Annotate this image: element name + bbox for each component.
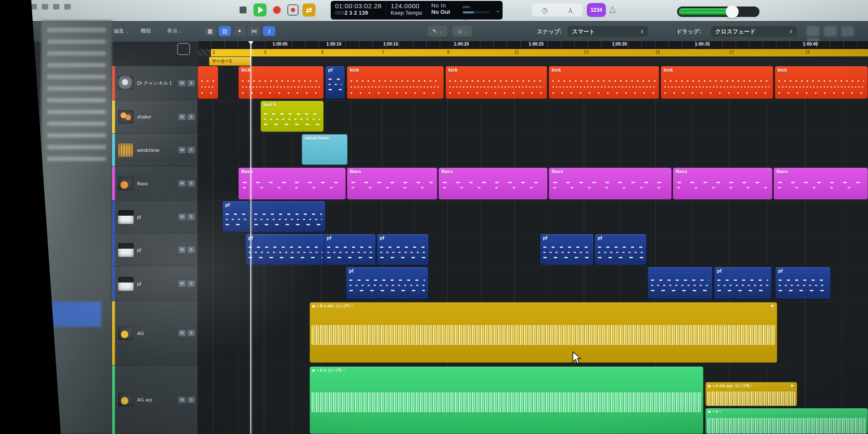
region-Bass[interactable]: Bass	[673, 168, 773, 200]
gauge-icon[interactable]: ◷	[542, 6, 548, 14]
track-header-Dr チャンネル 1[interactable]: Dr チャンネル 1MS	[112, 66, 197, 100]
tuning-fork-icon[interactable]: Y	[568, 6, 573, 14]
window-icon[interactable]	[53, 4, 59, 10]
solo-button[interactable]: S	[187, 80, 195, 86]
mute-button[interactable]: M	[178, 330, 186, 336]
region-pf[interactable]: pf	[324, 234, 376, 265]
region-green[interactable]: ▶ ≡ A ○	[705, 408, 868, 434]
volume-knob[interactable]	[726, 5, 739, 18]
lcd-time[interactable]: 01:00:03:02.28 0002 3 2 139	[331, 1, 386, 20]
track-header-Bass[interactable]: BassMS	[112, 167, 197, 201]
mute-button[interactable]: M	[178, 397, 186, 403]
region-kick[interactable]: kick	[549, 66, 659, 99]
secondary-tool-selector[interactable]: ◇⌄	[452, 26, 472, 36]
view-icon-button[interactable]: ▦	[204, 26, 216, 36]
region-pf[interactable]: pf	[595, 234, 647, 265]
count-in-button[interactable]: 1234	[587, 3, 606, 17]
mute-button[interactable]: M	[178, 247, 186, 253]
drag-dropdown[interactable]: クロスフェード⇕	[711, 26, 797, 37]
mute-button[interactable]: M	[178, 114, 186, 120]
track-name[interactable]: Bass	[137, 181, 177, 186]
toolbar-icon[interactable]	[806, 26, 819, 36]
selected-list-item[interactable]	[49, 302, 101, 327]
track-name[interactable]: pf	[137, 214, 177, 220]
lcd-display[interactable]: 01:00:03:02.28 0002 3 2 139 124.0000 Kee…	[331, 1, 503, 20]
lcd-io[interactable]: No In No Out	[427, 1, 454, 20]
mute-button[interactable]: M	[178, 180, 186, 187]
region-pf[interactable]: pf	[346, 267, 428, 299]
lcd-tempo[interactable]: 124.0000 Keep Tempo	[386, 1, 427, 20]
track-name[interactable]: Dr チャンネル 1	[137, 80, 177, 86]
stop-button[interactable]	[237, 3, 250, 16]
solo-button[interactable]: S	[187, 214, 195, 220]
solo-button[interactable]: S	[187, 180, 195, 187]
solo-button[interactable]: S	[187, 247, 195, 253]
track-header-pf[interactable]: pfMS	[112, 266, 197, 301]
track-header-pf[interactable]: pfMS	[112, 201, 197, 233]
marker-lane[interactable]	[197, 56, 868, 66]
region-pf[interactable]: pf	[222, 201, 250, 232]
track-header-pf[interactable]: pfMS	[112, 233, 197, 266]
region-pf[interactable]: pf	[714, 267, 772, 299]
track-name[interactable]: AG arp	[137, 397, 177, 402]
loop-arrow-icon[interactable]: ▶	[771, 303, 774, 308]
region-Bass[interactable]: Bass	[238, 168, 346, 200]
region-kick[interactable]: kick	[347, 66, 444, 99]
region-Bass[interactable]: Bass	[347, 168, 437, 200]
region-navy[interactable]	[251, 201, 326, 232]
bar-ruler-cycle-strip[interactable]	[211, 49, 868, 56]
master-volume-slider[interactable]	[677, 7, 760, 17]
track-header-shaker[interactable]: shakerMS	[112, 100, 197, 134]
region-AG arp: コンプB[interactable]: ▶ ≡ A AG arp: コンプB ○▶	[705, 382, 797, 406]
region-windchime[interactable]: windchime	[302, 134, 348, 165]
menu-編集[interactable]: 編集⌄	[114, 27, 129, 35]
region-pf[interactable]: pf	[775, 267, 831, 299]
region-Bass[interactable]: Bass	[773, 168, 868, 200]
window-icon[interactable]	[42, 4, 48, 10]
region-kick[interactable]: kick	[445, 66, 547, 99]
window-controls[interactable]	[30, 3, 76, 11]
solo-button[interactable]: S	[187, 280, 195, 287]
toolbar-icon[interactable]	[824, 26, 837, 36]
view-icon-button[interactable]: ⋈	[248, 26, 260, 36]
pointer-tool-selector[interactable]: ↖⌄	[427, 26, 447, 36]
play-button[interactable]	[253, 3, 266, 16]
region-pf[interactable]: pf	[540, 234, 594, 265]
region-AG: コンプC[interactable]: ▶ ≡ E A AG: コンプC ○▶	[309, 302, 777, 363]
metronome-icon[interactable]: △	[609, 4, 616, 14]
playhead[interactable]	[250, 41, 251, 434]
region-kick[interactable]: kick	[775, 66, 868, 99]
capture-record-button[interactable]	[287, 4, 299, 16]
region-pf[interactable]: pf	[325, 66, 345, 99]
snap-dropdown[interactable]: スマート⇕	[568, 26, 648, 37]
solo-button[interactable]: S	[187, 114, 195, 120]
track-header-AG arp[interactable]: AG arpMS	[112, 365, 197, 434]
menu-表示[interactable]: 表示⌄	[167, 27, 183, 35]
view-icon-button[interactable]: ✦	[233, 26, 246, 36]
view-icon-button[interactable]: ▤	[219, 26, 231, 36]
mute-button[interactable]: M	[178, 147, 186, 153]
loop-arrow-icon[interactable]: ▶	[791, 383, 794, 388]
record-button[interactable]	[270, 3, 283, 16]
region-pf[interactable]: pf	[245, 234, 326, 265]
window-icon[interactable]	[64, 4, 71, 10]
region-Inst 5[interactable]: Inst 5	[260, 101, 324, 132]
track-name[interactable]: pf	[137, 247, 177, 253]
region-red[interactable]	[197, 66, 218, 99]
track-name[interactable]: AG	[137, 331, 177, 336]
region-navy[interactable]	[648, 267, 713, 299]
track-name[interactable]: shaker	[137, 114, 177, 119]
region-Bass[interactable]: Bass	[438, 168, 548, 200]
track-name[interactable]: pf	[137, 281, 177, 286]
region-kick[interactable]: kick	[661, 66, 773, 99]
region-コンプE[interactable]: ▶ ≡ E A コンプE ○	[309, 366, 704, 434]
track-header-windchime[interactable]: windchimeMS	[112, 134, 197, 167]
solo-button[interactable]: S	[187, 330, 195, 336]
view-icon-button[interactable]: ⚷	[263, 26, 275, 36]
marker-region[interactable]: マーカー1	[209, 57, 251, 66]
mute-button[interactable]: M	[178, 280, 186, 287]
region-Bass[interactable]: Bass	[549, 168, 672, 200]
global-tracks-toggle[interactable]	[177, 43, 190, 55]
mute-button[interactable]: M	[178, 80, 186, 86]
track-header-AG[interactable]: AGMS	[112, 301, 197, 365]
